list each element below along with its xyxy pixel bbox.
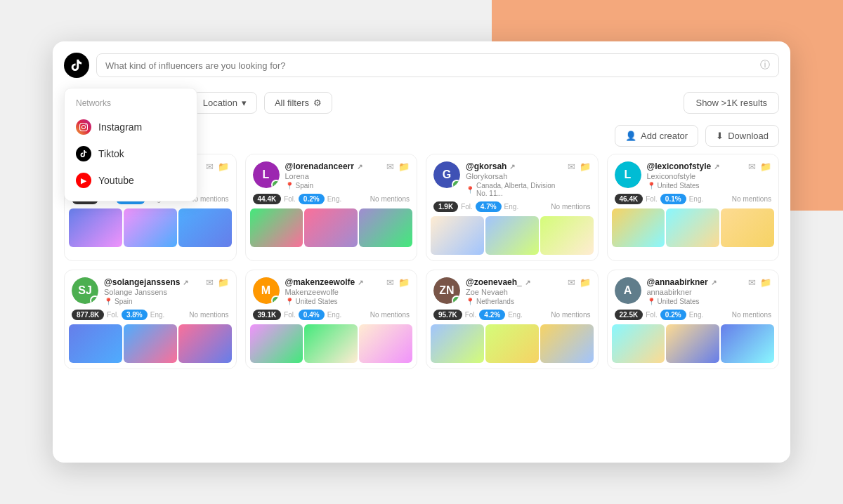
card-username: @lexiconofstyle ↗ bbox=[647, 161, 743, 171]
card-header: SJ ✓ @solangejanssens ↗ Solange Janssens… bbox=[65, 270, 236, 310]
engagement-label: Eng. bbox=[150, 311, 165, 319]
followers-badge: 46.4K bbox=[615, 194, 643, 204]
card-info: @makenzeewolfe ↗ Makenzeewolfe 📍 United … bbox=[285, 277, 381, 305]
card-actions: ✉ 📁 bbox=[568, 277, 591, 288]
card-stats: 95.7K Fol. 4.2% Eng. No mentions bbox=[426, 310, 598, 324]
show-results-button[interactable]: Show >1K results bbox=[684, 92, 779, 114]
dropdown-label: Networks bbox=[65, 95, 197, 114]
card-username: @lorenadanceerr ↗ bbox=[285, 161, 381, 171]
folder-icon[interactable]: 📁 bbox=[218, 161, 229, 172]
external-link-icon: ↗ bbox=[525, 279, 530, 286]
card-location: 📍 United States bbox=[647, 298, 743, 305]
card-image-3 bbox=[721, 324, 774, 363]
card-real-name: Lorena bbox=[285, 172, 381, 180]
external-link-icon: ↗ bbox=[358, 279, 363, 286]
card-actions: ✉ 📁 bbox=[748, 161, 771, 172]
all-filters-button[interactable]: All filters ⚙ bbox=[264, 92, 332, 114]
card-image-1 bbox=[431, 216, 484, 255]
card-info: @lorenadanceerr ↗ Lorena 📍 Spain bbox=[285, 161, 381, 190]
download-button[interactable]: ⬇ Download bbox=[705, 125, 779, 147]
influencer-card: ZN ✓ @zoenevaeh_ ↗ Zoe Nevaeh 📍 Netherla… bbox=[426, 270, 599, 369]
mail-icon[interactable]: ✉ bbox=[568, 161, 575, 172]
card-stats: 39.1K Fol. 0.4% Eng. No mentions bbox=[246, 310, 417, 324]
card-image-3 bbox=[540, 324, 594, 363]
followers-badge: 95.7K bbox=[433, 310, 462, 320]
engagement-label: Eng. bbox=[504, 203, 519, 211]
verified-badge: ✓ bbox=[271, 180, 280, 188]
card-username: @solangejanssens ↗ bbox=[104, 277, 200, 287]
card-image-2 bbox=[124, 324, 177, 363]
card-real-name: Solange Janssens bbox=[104, 288, 200, 296]
location-pin-icon: 📍 bbox=[647, 182, 655, 190]
location-text: Spain bbox=[296, 182, 314, 190]
folder-icon[interactable]: 📁 bbox=[760, 277, 771, 288]
search-bar[interactable]: ⓘ bbox=[96, 53, 779, 77]
location-pin-icon: 📍 bbox=[285, 182, 294, 190]
external-link-icon: ↗ bbox=[357, 163, 362, 171]
add-creator-button[interactable]: 👤 Add creator bbox=[615, 125, 698, 147]
verified-badge: ✓ bbox=[271, 296, 280, 304]
networks-dropdown: Networks Instagram Tiktok ▶ bbox=[64, 88, 197, 201]
instagram-icon bbox=[76, 119, 91, 135]
followers-label: Fol. bbox=[646, 195, 658, 203]
location-text: Spain bbox=[115, 298, 133, 305]
mail-icon[interactable]: ✉ bbox=[206, 277, 214, 288]
folder-icon[interactable]: 📁 bbox=[580, 161, 591, 172]
no-mentions: No mentions bbox=[189, 311, 228, 319]
folder-icon[interactable]: 📁 bbox=[760, 161, 771, 172]
folder-icon[interactable]: 📁 bbox=[580, 277, 591, 288]
folder-icon[interactable]: 📁 bbox=[218, 277, 229, 288]
engagement-badge: 3.8% bbox=[122, 310, 148, 320]
all-filters-label: All filters bbox=[275, 98, 309, 108]
influencer-card: L @lexiconofstyle ↗ Lexiconofstyle 📍 Uni… bbox=[607, 154, 780, 261]
card-image-2 bbox=[485, 324, 539, 363]
folder-icon[interactable]: 📁 bbox=[398, 161, 410, 172]
card-location: 📍 United States bbox=[285, 298, 381, 305]
avatar: ZN ✓ bbox=[433, 277, 460, 304]
card-image-1 bbox=[250, 324, 303, 363]
engagement-label: Eng. bbox=[327, 311, 342, 319]
card-header: M ✓ @makenzeewolfe ↗ Makenzeewolfe 📍 Uni… bbox=[246, 270, 417, 310]
influencer-card: G ✓ @gkorsah ↗ Glorykorsah 📍 Canada, Alb… bbox=[426, 154, 599, 261]
card-images bbox=[608, 324, 779, 369]
verified-badge: ✓ bbox=[90, 296, 98, 304]
card-stats: 44.4K Fol. 0.2% Eng. No mentions bbox=[246, 194, 417, 208]
card-actions: ✉ 📁 bbox=[386, 277, 410, 288]
card-actions: ✉ 📁 bbox=[568, 161, 591, 172]
engagement-badge: 0.4% bbox=[299, 310, 325, 320]
card-image-2 bbox=[485, 216, 539, 255]
card-real-name: Zoe Nevaeh bbox=[466, 288, 562, 296]
folder-icon[interactable]: 📁 bbox=[398, 277, 410, 288]
network-item-tiktok[interactable]: Tiktok bbox=[65, 140, 197, 167]
location-text: United States bbox=[658, 298, 700, 305]
followers-badge: 44.4K bbox=[253, 194, 282, 204]
mail-icon[interactable]: ✉ bbox=[386, 161, 394, 172]
tiktok-platform-button[interactable] bbox=[64, 53, 89, 78]
network-item-youtube[interactable]: ▶ Youtube bbox=[65, 167, 197, 194]
mail-icon[interactable]: ✉ bbox=[748, 161, 756, 172]
mail-icon[interactable]: ✉ bbox=[386, 277, 394, 288]
card-image-1 bbox=[69, 208, 122, 247]
external-link-icon: ↗ bbox=[183, 279, 188, 286]
search-input[interactable] bbox=[105, 60, 754, 71]
engagement-badge: 4.7% bbox=[476, 201, 502, 212]
mail-icon[interactable]: ✉ bbox=[748, 277, 756, 288]
no-mentions: No mentions bbox=[370, 311, 410, 319]
card-images bbox=[246, 208, 417, 253]
location-filter-button[interactable]: Location ▾ bbox=[192, 92, 257, 114]
avatar: A bbox=[615, 277, 641, 304]
engagement-badge: 0.2% bbox=[299, 194, 325, 204]
mail-icon[interactable]: ✉ bbox=[206, 161, 214, 172]
verified-badge: ✓ bbox=[452, 180, 460, 188]
card-images bbox=[246, 324, 417, 369]
card-image-3 bbox=[359, 324, 412, 363]
mail-icon[interactable]: ✉ bbox=[568, 277, 575, 288]
card-info: @zoenevaeh_ ↗ Zoe Nevaeh 📍 Netherlands bbox=[466, 277, 562, 305]
card-images bbox=[426, 216, 598, 260]
card-image-3 bbox=[721, 208, 774, 247]
location-text: Canada, Alberta, Division No. 11... bbox=[476, 182, 562, 197]
card-header: L @lexiconofstyle ↗ Lexiconofstyle 📍 Uni… bbox=[608, 154, 779, 194]
card-username: @annaabirkner ↗ bbox=[647, 277, 743, 287]
card-image-3 bbox=[178, 208, 232, 247]
network-item-instagram[interactable]: Instagram bbox=[65, 114, 197, 140]
